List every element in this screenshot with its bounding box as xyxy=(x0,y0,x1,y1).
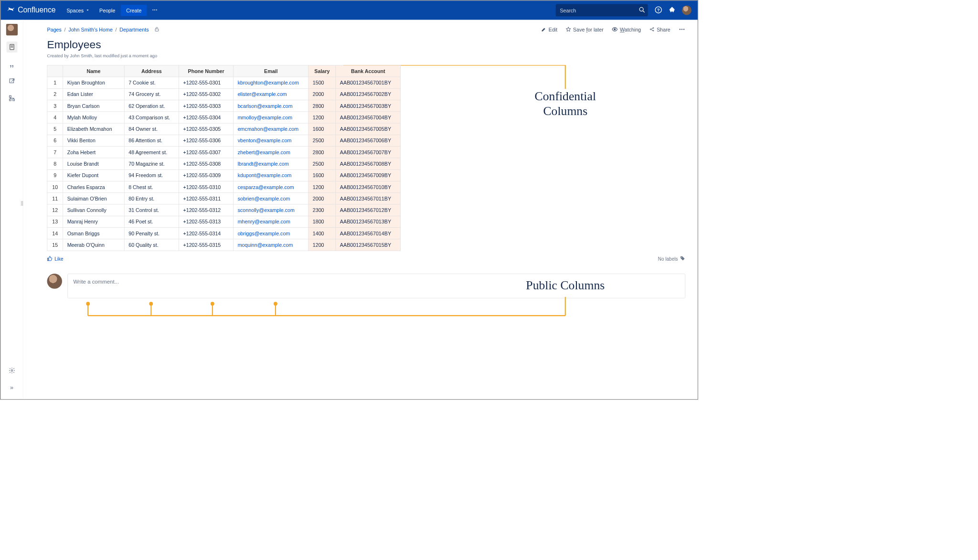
cell-name: Mylah Molloy xyxy=(63,112,125,123)
rail-expand-icon[interactable]: » xyxy=(6,382,17,393)
table-row: 8Louise Brandt70 Magazine st.+1202-555-0… xyxy=(47,158,401,169)
email-link[interactable]: kdupont@example.com xyxy=(238,172,292,178)
table-row: 14Osman Briggs90 Penalty st.+1202-555-03… xyxy=(47,228,401,239)
email-link[interactable]: lbrandt@example.com xyxy=(238,161,289,167)
cell-phone: +1202-555-0312 xyxy=(179,204,233,216)
comment-input[interactable]: Write a comment... xyxy=(67,274,685,298)
cell-rownum: 4 xyxy=(47,112,63,123)
email-link[interactable]: elister@example.com xyxy=(238,91,287,97)
table-row: 5Elizabeth Mcmahon84 Owner st.+1202-555-… xyxy=(47,123,401,135)
cell-phone: +1202-555-0301 xyxy=(179,77,233,88)
svg-line-21 xyxy=(651,30,653,31)
table-row: 2Edan Lister74 Grocery st.+1202-555-0302… xyxy=(47,88,401,100)
table-header-row: Name Address Phone Number Email Salary B… xyxy=(47,65,401,77)
cell-phone: +1202-555-0302 xyxy=(179,88,233,100)
email-link[interactable]: mhenry@example.com xyxy=(238,219,290,224)
cell-phone: +1202-555-0310 xyxy=(179,181,233,192)
email-link[interactable]: sobrien@example.com xyxy=(238,196,290,201)
cell-address: 60 Quality st. xyxy=(124,239,179,251)
page-more-button[interactable] xyxy=(679,26,685,33)
svg-line-20 xyxy=(651,28,653,29)
svg-point-39 xyxy=(211,302,214,305)
cell-salary: 2500 xyxy=(308,158,336,169)
email-link[interactable]: cesparza@example.com xyxy=(238,184,294,190)
eye-icon xyxy=(612,26,618,33)
cell-bank: AAB001234567003BY xyxy=(336,100,401,112)
search-icon[interactable] xyxy=(638,6,646,15)
cell-phone: +1202-555-0308 xyxy=(179,158,233,169)
svg-point-2 xyxy=(156,9,157,10)
breadcrumb-home[interactable]: John Smith's Home xyxy=(68,27,113,32)
no-labels-text: No labels xyxy=(658,256,678,262)
nav-create-button[interactable]: Create xyxy=(121,5,147,16)
share-button[interactable]: Share xyxy=(649,27,670,33)
email-link[interactable]: zhebert@example.com xyxy=(238,149,290,155)
email-link[interactable]: mmolloy@example.com xyxy=(238,115,292,120)
cell-phone: +1202-555-0304 xyxy=(179,112,233,123)
cell-rownum: 8 xyxy=(47,158,63,169)
email-link[interactable]: kbroughton@example.com xyxy=(238,80,299,85)
edit-button[interactable]: Edit xyxy=(541,27,557,33)
table-row: 12Sullivan Connolly31 Control st.+1202-5… xyxy=(47,204,401,216)
cell-bank: AAB001234567008BY xyxy=(336,158,401,169)
cell-email: bcarlson@example.com xyxy=(234,100,308,112)
rail-blog-icon[interactable]: ,, xyxy=(6,59,17,70)
svg-point-37 xyxy=(86,302,89,305)
cell-bank: AAB001234567014BY xyxy=(336,228,401,239)
search-input[interactable] xyxy=(556,4,648,17)
space-avatar[interactable] xyxy=(6,24,17,35)
cell-salary: 1500 xyxy=(308,77,336,88)
annotation-confidential: ConfidentialColumns xyxy=(535,89,596,117)
page-byline: Created by John Smith, last modified jus… xyxy=(47,53,686,58)
email-link[interactable]: vbenton@example.com xyxy=(238,137,292,143)
svg-rect-12 xyxy=(12,99,14,101)
tag-icon[interactable] xyxy=(680,256,685,263)
save-for-later-button[interactable]: Save for later xyxy=(565,27,603,33)
email-link[interactable]: sconnolly@example.com xyxy=(238,207,295,213)
nav-more-button[interactable] xyxy=(149,4,161,16)
cell-bank: AAB001234567005BY xyxy=(336,123,401,135)
col-rownum xyxy=(47,65,63,77)
svg-line-4 xyxy=(643,11,644,12)
table-row: 3Bryan Carlson62 Operation st.+1202-555-… xyxy=(47,100,401,112)
profile-avatar[interactable] xyxy=(682,5,691,15)
breadcrumb-section[interactable]: Departments xyxy=(119,27,149,32)
top-nav: Confluence Spaces People Create xyxy=(0,0,697,20)
cell-email: kbroughton@example.com xyxy=(234,77,308,88)
rail-settings-icon[interactable] xyxy=(6,365,17,376)
like-button[interactable]: Like xyxy=(47,256,64,263)
cell-address: 8 Chest st. xyxy=(124,181,179,192)
nav-spaces[interactable]: Spaces xyxy=(63,5,94,16)
cell-phone: +1202-555-0309 xyxy=(179,169,233,181)
email-link[interactable]: emcmahon@example.com xyxy=(238,126,299,132)
svg-point-3 xyxy=(639,7,643,11)
cell-address: 90 Penalty st. xyxy=(124,228,179,239)
left-rail: ,, » || xyxy=(0,20,23,399)
nav-people[interactable]: People xyxy=(95,5,119,16)
rail-shortcut-icon[interactable] xyxy=(6,76,17,87)
rail-pages-icon[interactable] xyxy=(6,42,17,53)
svg-rect-13 xyxy=(9,99,11,101)
svg-rect-10 xyxy=(10,79,13,83)
email-link[interactable]: moquinn@example.com xyxy=(238,242,293,248)
cell-phone: +1202-555-0307 xyxy=(179,147,233,158)
svg-point-16 xyxy=(614,29,616,30)
notifications-icon[interactable] xyxy=(668,6,676,14)
svg-point-38 xyxy=(149,302,152,305)
email-link[interactable]: bcarlson@example.com xyxy=(238,103,293,109)
watching-button[interactable]: Watching xyxy=(612,26,641,33)
cell-bank: AAB001234567012BY xyxy=(336,204,401,216)
table-row: 6Vikki Benton86 Attention st.+1202-555-0… xyxy=(47,135,401,146)
table-row: 9Kiefer Dupont94 Freedom st.+1202-555-03… xyxy=(47,169,401,181)
table-row: 7Zoha Hebert48 Agreement st.+1202-555-03… xyxy=(47,147,401,158)
help-icon[interactable]: ? xyxy=(655,6,662,14)
cell-rownum: 13 xyxy=(47,216,63,227)
brand[interactable]: Confluence xyxy=(7,5,55,15)
svg-rect-43 xyxy=(47,258,48,261)
breadcrumb-pages[interactable]: Pages xyxy=(47,27,62,32)
rail-tree-icon[interactable] xyxy=(6,93,17,104)
cell-name: Sullivan Connolly xyxy=(63,204,125,216)
table-row: 4Mylah Molloy43 Comparison st.+1202-555-… xyxy=(47,112,401,123)
email-link[interactable]: obriggs@example.com xyxy=(238,231,290,236)
cell-bank: AAB001234567013BY xyxy=(336,216,401,227)
